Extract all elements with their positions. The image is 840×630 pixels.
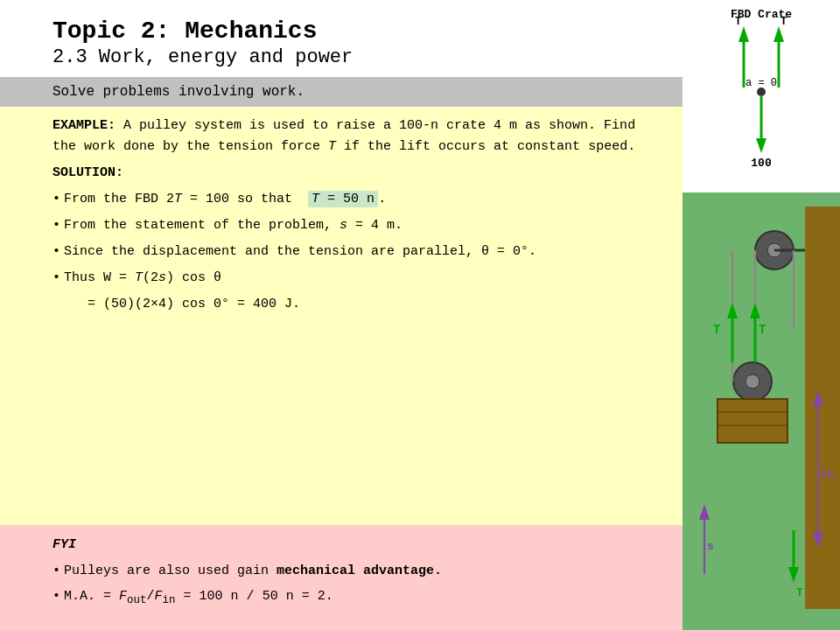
fbd-crate-diagram: FBD Crate T T a = 0 100 (682, 0, 840, 192)
svg-rect-12 (805, 206, 840, 609)
svg-text:s: s (707, 540, 714, 553)
svg-marker-4 (774, 26, 784, 42)
fyi-bullet-1: Pulleys are also used gain mechanical ad… (52, 560, 656, 583)
svg-marker-25 (750, 303, 760, 318)
content-area: Solve problems involving work. EXAMPLE: … (0, 77, 682, 630)
svg-rect-27 (718, 399, 788, 443)
highlight-t50: T = 50 n (308, 191, 378, 207)
fyi-bullet-2: M.A. = Fout/Fin = 100 n / 50 n = 2. (52, 585, 656, 610)
objective-bar: Solve problems involving work. (0, 77, 682, 107)
pulley-diagram: T T 2s s T (682, 206, 840, 630)
svg-text:2s: 2s (821, 468, 835, 481)
svg-text:T: T (759, 323, 766, 337)
svg-text:100: 100 (751, 157, 772, 170)
svg-marker-10 (756, 138, 766, 153)
main-container: Topic 2: Mechanics 2.3 Work, energy and … (0, 0, 840, 630)
left-panel: Topic 2: Mechanics 2.3 Work, energy and … (0, 0, 682, 630)
example-description: EXAMPLE: A pulley system is used to rais… (52, 116, 656, 158)
svg-text:a = 0: a = 0 (746, 77, 777, 89)
example-label: EXAMPLE: (52, 118, 116, 133)
svg-text:T: T (796, 586, 803, 599)
example-box: EXAMPLE: A pulley system is used to rais… (0, 107, 682, 525)
example-desc-text: A pulley system is used to raise a 100-n… (52, 118, 635, 154)
svg-text:T: T (713, 323, 720, 337)
bullet-3: Since the displacement and the tension a… (52, 242, 656, 262)
green-divider (682, 192, 840, 206)
svg-marker-22 (727, 303, 738, 318)
right-panel: FBD Crate T T a = 0 100 (682, 0, 840, 630)
bullet-2: From the statement of the problem, s = 4… (52, 215, 656, 236)
svg-text:T: T (735, 16, 741, 28)
svg-marker-38 (788, 567, 799, 583)
svg-marker-2 (738, 26, 749, 42)
objective-text: Solve problems involving work. (52, 84, 304, 100)
svg-text:T: T (780, 16, 787, 28)
bullet-4: Thus W = T(2s) cos θ (52, 268, 656, 289)
calculation-line: = (50)(2×4) cos 0° = 400 J. (88, 294, 656, 315)
title-main: Topic 2: Mechanics (52, 18, 656, 45)
fyi-title: FYI (52, 534, 656, 556)
svg-marker-35 (699, 504, 710, 520)
bullet-1: From the FBD 2T = 100 so that T = 50 n. (52, 189, 656, 210)
solution-label: SOLUTION: (52, 163, 656, 184)
svg-point-17 (746, 374, 760, 388)
title-section: Topic 2: Mechanics 2.3 Work, energy and … (0, 0, 682, 77)
title-sub: 2.3 Work, energy and power (52, 46, 656, 68)
fyi-box: FYI Pulleys are also used gain mechanica… (0, 525, 682, 630)
